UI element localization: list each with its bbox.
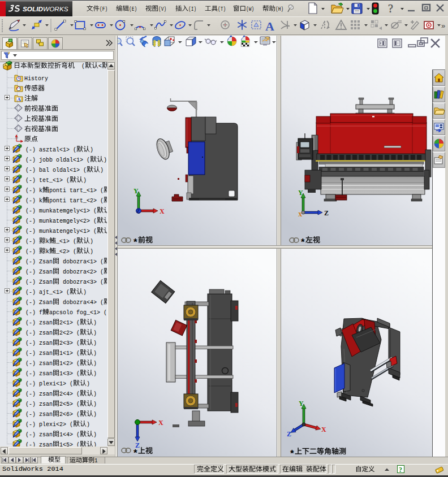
svg-text:): ): [93, 370, 97, 377]
svg-text:History: History: [24, 75, 48, 82]
svg-text:(-) zsan: (-) zsan: [25, 441, 53, 448]
svg-text:*: *: [133, 448, 137, 458]
svg-text:(-) plexi<1> (: (-) plexi<1> (: [25, 380, 73, 387]
svg-text:(-) Zsan: (-) Zsan: [25, 268, 53, 275]
svg-text:(-) jobb oldal<1> (: (-) jobb oldal<1> (: [25, 156, 90, 163]
svg-text:(H): (H): [275, 6, 283, 12]
svg-text:(-) Zsan: (-) Zsan: [25, 278, 53, 285]
svg-text:): ): [93, 431, 97, 438]
svg-text:k: k: [46, 248, 49, 255]
svg-text:(-) zsan: (-) zsan: [25, 339, 53, 346]
svg-text:2<5> (: 2<5> (: [59, 400, 80, 407]
svg-text:(-) asztal<1> (: (-) asztal<1> (: [25, 146, 76, 153]
svg-text:2<3> (: 2<3> (: [59, 339, 80, 346]
svg-text:): ): [93, 441, 97, 448]
svg-text:(-) zsan: (-) zsan: [25, 349, 53, 357]
svg-text:): ): [110, 217, 114, 224]
svg-text:*: *: [133, 237, 137, 248]
svg-text:(-) tet_<1> (: (-) tet_<1> (: [25, 176, 70, 184]
svg-text:(-) k: (-) k: [25, 187, 42, 194]
svg-text:(-) zsan: (-) zsan: [25, 319, 53, 326]
svg-text:SolidWorks 2014: SolidWorks 2014: [2, 465, 63, 472]
svg-text:dobozra<2> (: dobozra<2> (: [59, 268, 104, 275]
svg-text:(W): (W): [246, 6, 254, 12]
svg-text:2<4> (: 2<4> (: [59, 390, 80, 397]
svg-text:(-) zsan: (-) zsan: [25, 410, 53, 418]
svg-text:(-) munkatemgely<2> (: (-) munkatemgely<2> (: [25, 217, 97, 224]
svg-text:): ): [87, 420, 90, 428]
svg-text:dobozra<4> (: dobozra<4> (: [59, 298, 104, 306]
svg-text:(-): (-): [25, 248, 39, 255]
svg-text:<: <: [98, 62, 102, 70]
svg-text:1<5> (: 1<5> (: [59, 441, 80, 448]
svg-text:): ): [83, 288, 87, 296]
svg-text:_<2> (: _<2> (: [55, 248, 76, 255]
svg-text:(-) zsan: (-) zsan: [25, 359, 53, 367]
svg-text:(T): (T): [218, 6, 226, 12]
svg-text:(-) zsan: (-) zsan: [25, 400, 53, 407]
svg-text:): ): [110, 207, 114, 214]
svg-text:k: k: [46, 237, 49, 245]
svg-text:dobozra<1> (: dobozra<1> (: [59, 258, 104, 265]
svg-text:(-) Zsan: (-) Zsan: [25, 258, 53, 265]
svg-text:): ): [93, 400, 97, 407]
svg-text:): ): [87, 380, 90, 387]
svg-text:(-) plexi<2> (: (-) plexi<2> (: [25, 420, 73, 428]
svg-text:(-) munkatengely<1> (: (-) munkatengely<1> (: [25, 227, 97, 235]
svg-text:1<2> (: 1<2> (: [59, 359, 80, 367]
svg-text:(V): (V): [158, 6, 166, 12]
svg-text:(-) Zsan: (-) Zsan: [25, 298, 53, 306]
svg-text:_<1> (: _<1> (: [55, 237, 76, 245]
svg-text:2<1> (: 2<1> (: [59, 319, 80, 326]
svg-text:(-) munkatemgely<1> (: (-) munkatemgely<1> (: [25, 207, 97, 214]
svg-text:ponti tart_<2> (: ponti tart_<2> (: [49, 197, 104, 204]
svg-text:(-) ajt_<1> (: (-) ajt_<1> (: [25, 288, 70, 296]
svg-text:): ): [93, 319, 97, 326]
svg-text:(-) zsan: (-) zsan: [25, 390, 53, 397]
svg-text:ponti tart_<1> (: ponti tart_<1> (: [49, 187, 104, 194]
svg-text:*: *: [301, 237, 305, 248]
svg-text:*: *: [290, 448, 294, 459]
svg-text:(I): (I): [188, 6, 196, 12]
svg-text:): ): [83, 176, 87, 184]
svg-text:(E): (E): [129, 6, 137, 12]
svg-text:_: _: [115, 62, 119, 70]
svg-text:(-) f: (-) f: [25, 309, 42, 316]
svg-text:): ): [100, 166, 104, 174]
svg-text:): ): [93, 390, 97, 397]
svg-text:(-) bal oldal<1> (: (-) bal oldal<1> (: [25, 166, 87, 174]
svg-text:(-) k: (-) k: [25, 197, 42, 204]
svg-text:(-): (-): [25, 237, 39, 245]
svg-text:): ): [104, 156, 107, 163]
svg-text:): ): [93, 349, 97, 357]
svg-text:1: 1: [94, 457, 98, 464]
svg-text:2<2> (: 2<2> (: [59, 329, 80, 336]
svg-text:(-) zsan: (-) zsan: [25, 370, 53, 377]
svg-text:2<6> (: 2<6> (: [59, 410, 80, 418]
svg-text:): ): [90, 248, 93, 255]
svg-text:): ): [93, 359, 97, 367]
svg-text:(F): (F): [100, 6, 107, 12]
svg-text:): ): [90, 146, 93, 153]
svg-text:): ): [93, 410, 97, 418]
svg-text:): ): [90, 237, 93, 245]
svg-text:): ): [110, 227, 114, 235]
svg-text:apcsolo fog_<1> (: apcsolo fog_<1> (: [49, 309, 107, 316]
svg-text:(-) zsan: (-) zsan: [25, 329, 53, 336]
svg-text:1<3> (: 1<3> (: [59, 370, 80, 377]
svg-text:): ): [93, 339, 97, 346]
svg-text:): ): [93, 329, 97, 336]
svg-text:1<4> (: 1<4> (: [59, 431, 80, 438]
svg-text:1<1> (: 1<1> (: [59, 349, 80, 357]
svg-text:(-) zsan: (-) zsan: [25, 431, 53, 438]
svg-text:dobozra<3> (: dobozra<3> (: [59, 278, 104, 285]
svg-text:(: (: [75, 62, 85, 70]
